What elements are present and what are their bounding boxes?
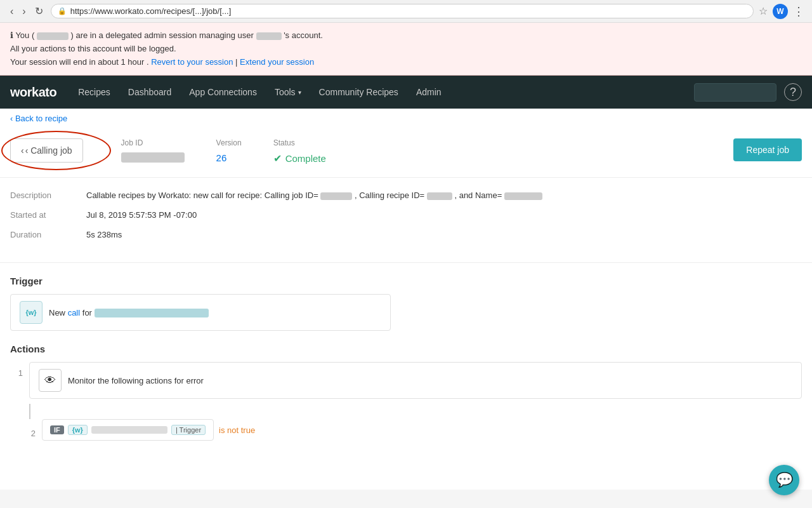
action-1-row: 1 👁 Monitor the following actions for er… <box>10 362 802 399</box>
calling-job-wrapper: ‹ ‹ Calling job <box>10 138 102 163</box>
nav-link-app-connections-label: App Connections <box>189 87 257 97</box>
nav-link-community-recipes-label: Community Recipes <box>319 87 398 97</box>
alert-line2: All your actions to this account will be… <box>10 43 802 56</box>
started-value: Jul 8, 2019 5:57:53 PM -07:00 <box>86 210 802 220</box>
browser-actions: ☆ W ⋮ <box>759 4 804 19</box>
nav-link-community-recipes[interactable]: Community Recipes <box>310 77 407 107</box>
action-1-block: 👁 Monitor the following actions for erro… <box>29 362 802 399</box>
duration-label: Duration <box>10 230 86 239</box>
started-label: Started at <box>10 210 86 220</box>
menu-button[interactable]: ⋮ <box>793 4 804 18</box>
trigger-text-pre: New <box>49 308 68 318</box>
action-1-number: 1 <box>10 362 23 378</box>
nav-link-app-connections[interactable]: App Connections <box>180 77 266 107</box>
description-label: Description <box>10 190 86 200</box>
check-circle-icon: ✔ <box>273 152 282 164</box>
monitor-eye-icon: 👁 <box>39 369 62 392</box>
description-row: Description Callable recipes by Workato:… <box>10 190 802 200</box>
alert-managed-user-blurred <box>256 32 282 40</box>
nav-link-dashboard[interactable]: Dashboard <box>119 77 181 107</box>
desc-mid1: , Calling recipe ID= <box>355 190 424 200</box>
nav-link-admin[interactable]: Admin <box>407 77 450 107</box>
alert-banner: ℹ You ( ) are in a delegated admin sessi… <box>0 23 812 76</box>
browser-bar: ‹ › ↻ 🔒 https://www.workato.com/recipes/… <box>0 0 812 23</box>
chat-button[interactable]: 💬 <box>769 465 799 490</box>
help-button[interactable]: ? <box>784 83 802 101</box>
status-text: Complete <box>285 153 326 164</box>
job-details: Description Callable recipes by Workato:… <box>0 178 812 263</box>
nav-link-recipes[interactable]: Recipes <box>69 77 119 107</box>
nav-bar: workato Recipes Dashboard App Connection… <box>0 76 812 109</box>
alert-line1-post: 's account. <box>284 30 323 40</box>
job-meta: Job ID Version 26 Status ✔ Complete <box>121 138 734 164</box>
extend-session-link[interactable]: Extend your session <box>240 57 314 67</box>
description-value: Callable recipes by Workato: new call fo… <box>86 190 802 200</box>
address-bar[interactable]: 🔒 https://www.workato.com/recipes/[...]/… <box>51 4 754 18</box>
trigger-call-link[interactable]: call <box>68 308 81 318</box>
trigger-blurred-value <box>95 309 209 318</box>
actions-section: Actions 1 👁 Monitor the following action… <box>0 337 812 453</box>
calling-job-label: ‹ Calling job <box>25 145 72 156</box>
action-2-blurred <box>91 426 167 434</box>
alert-line1-pre: You ( <box>15 30 34 40</box>
action-1-label: Monitor the following actions for error <box>68 376 204 385</box>
calling-job-button[interactable]: ‹ ‹ Calling job <box>10 138 83 163</box>
nav-link-tools[interactable]: Tools ▾ <box>266 77 310 107</box>
is-not-true-label: is not true <box>219 425 255 435</box>
nav-link-admin-label: Admin <box>416 87 442 97</box>
nav-link-dashboard-label: Dashboard <box>128 87 172 97</box>
calling-job-arrow-icon: ‹ <box>21 145 24 156</box>
job-version-item: Version 26 <box>216 138 242 163</box>
nav-logo: workato <box>10 85 56 100</box>
alert-line1-mid: ) are in a delegated admin session manag… <box>71 30 254 40</box>
nav-link-tools-label: Tools <box>275 87 296 97</box>
tools-chevron-down-icon: ▾ <box>298 89 301 96</box>
trigger-text: New call for <box>49 308 209 318</box>
job-id-value <box>121 152 185 163</box>
action-connector-line <box>29 404 802 419</box>
repeat-job-button[interactable]: Repeat job <box>733 138 802 161</box>
nav-search-input[interactable] <box>694 83 776 102</box>
trigger-section: Trigger {w} New call for <box>0 263 812 337</box>
nav-right: ? <box>694 83 802 102</box>
lock-icon: 🔒 <box>58 7 67 15</box>
desc-blurred2 <box>427 192 452 200</box>
desc-mid2: , and Name= <box>454 190 502 200</box>
nav-link-recipes-label: Recipes <box>78 87 110 97</box>
job-status-label: Status <box>273 138 326 147</box>
job-version-value: 26 <box>216 152 242 163</box>
desc-pre: Callable recipes by Workato: new call fo… <box>86 190 318 200</box>
revert-session-link[interactable]: Revert to your session <box>151 57 233 67</box>
profile-button[interactable]: W <box>773 4 788 19</box>
back-to-recipe-link[interactable]: ‹ Back to recipe <box>0 109 77 128</box>
action-2-number: 2 <box>23 422 36 438</box>
job-version-label: Version <box>216 138 242 147</box>
desc-blurred1 <box>320 192 352 200</box>
browser-nav-buttons: ‹ › ↻ <box>8 4 46 18</box>
action-2-row: 2 IF {w} | Trigger is not true <box>23 419 802 441</box>
trigger-badge: | Trigger <box>171 425 206 435</box>
job-id-label: Job ID <box>121 138 185 147</box>
main-content: ‹ Back to recipe ‹ ‹ Calling job Job ID … <box>0 109 812 490</box>
if-label: IF <box>50 425 64 434</box>
job-id-item: Job ID <box>121 138 185 163</box>
forward-button[interactable]: › <box>20 4 28 18</box>
desc-blurred3 <box>504 192 542 200</box>
url-text: https://www.workato.com/recipes/[...]/jo… <box>70 6 232 16</box>
duration-value: 5s 238ms <box>86 230 802 239</box>
action-2-if-block: IF {w} | Trigger <box>42 419 214 441</box>
back-button[interactable]: ‹ <box>8 4 16 18</box>
chat-icon: 💬 <box>776 472 793 488</box>
job-header: ‹ ‹ Calling job Job ID Version 26 Status… <box>0 128 812 178</box>
alert-icon: ℹ <box>10 30 13 40</box>
started-row: Started at Jul 8, 2019 5:57:53 PM -07:00 <box>10 210 802 220</box>
nav-links: Recipes Dashboard App Connections Tools … <box>69 77 694 107</box>
job-status-item: Status ✔ Complete <box>273 138 326 164</box>
refresh-button[interactable]: ↻ <box>32 4 46 18</box>
actions-section-title: Actions <box>10 344 802 354</box>
alert-line3-pre: Your session will end in about 1 hour . <box>10 57 149 67</box>
duration-row: Duration 5s 238ms <box>10 230 802 239</box>
eye-icon: 👁 <box>44 374 56 387</box>
bookmark-button[interactable]: ☆ <box>759 5 768 17</box>
alert-user-blurred <box>37 32 69 40</box>
